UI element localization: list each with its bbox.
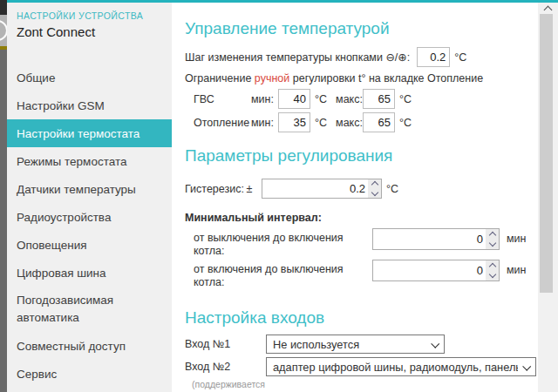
background-gray-segment [0,15,7,46]
input2-label: Вход №2 [185,361,266,373]
input1-label: Вход №1 [185,338,266,350]
interval-label-line1: от выключения до включения [194,232,344,244]
sidebar-nav: Общие Настройки GSM Настройки термостата… [7,64,172,388]
gvs-max-input[interactable] [363,89,395,109]
interval-on-to-off-row: от включения до выключения котла: мин [194,260,538,289]
hysteresis-label: Гистерезис: [185,183,244,195]
celsius-unit-label: °С [399,93,412,105]
hysteresis-input[interactable] [262,182,368,195]
interval-off-to-on-row: от выключения до включения котла: мин [194,228,538,258]
sidebar-item-temperature-sensors[interactable]: Датчики температуры [7,175,172,203]
heating-max-input[interactable] [363,112,395,132]
min-caption: мин: [251,93,278,105]
hysteresis-stepper [262,179,382,199]
celsius-unit-label: °С [315,93,327,105]
spinner-down-icon[interactable] [371,189,378,196]
hysteresis-spinner[interactable] [368,179,381,198]
minimal-interval-header: Минимальный интервал: [185,212,538,224]
spinner-down-icon[interactable] [488,240,495,247]
interval-on-to-off-label: от включения до выключения котла: [194,260,372,289]
scroll-up-icon[interactable] [544,6,553,15]
interval-off-to-on-stepper [372,228,500,250]
minutes-unit-label: мин [507,233,526,245]
settings-window: НАСТРОЙКИ УСТРОЙСТВА Zont Connect Общие … [0,0,558,392]
limit-text-manual-red: ручной [255,72,289,84]
background-circle-fragment [0,20,7,41]
section-title-regulation-params: Параметры регулирования [185,146,538,166]
interval-spinner[interactable] [486,229,499,249]
max-caption: макс: [336,93,363,105]
celsius-unit-label: °С [454,51,466,64]
device-name: Zont Connect [7,24,172,39]
sidebar-section-label: НАСТРОЙКИ УСТРОЙСТВА [7,10,172,21]
sidebar-item-notifications[interactable]: Оповещения [7,231,172,259]
interval-spinner[interactable] [486,260,499,280]
celsius-unit-label: °С [315,117,327,129]
temp-step-label: Шаг изменения температуры кнопками ⊖/⊕: [185,51,410,64]
section-title-temperature-control: Управление температурой [185,19,538,38]
input2-select[interactable]: адаптер цифровой шины, радиомодуль, пане… [266,357,536,376]
scrollbar[interactable] [538,0,558,392]
interval-label-line2: котла: [194,276,224,288]
min-caption: мин: [251,117,278,129]
minutes-unit-label: мин [507,264,526,276]
input1-select[interactable]: Не используется [266,335,445,354]
sidebar-item-weather-automation[interactable]: Погодозависимая автоматика [7,287,138,332]
sidebar-item-gsm-settings[interactable]: Настройки GSM [7,91,172,119]
scrollbar-thumb[interactable] [540,14,553,293]
celsius-unit-label: °С [386,183,398,195]
spinner-up-icon[interactable] [371,181,378,188]
manual-limit-line: Ограничение ручной регулировки t° на вкл… [185,72,538,87]
sidebar-item-service[interactable]: Сервис [7,360,172,388]
hysteresis-row: Гистерезис: ± °С [185,178,538,199]
temp-step-input[interactable] [417,47,450,67]
celsius-unit-label: °С [399,117,412,129]
heating-minmax-row: Отопление мин: °С макс: °С [194,111,538,134]
input2-row: Вход №2 адаптер цифровой шины, радиомоду… [185,357,538,376]
top-accent-line [7,0,558,3]
chevron-down-icon [431,339,439,348]
max-caption: макс: [336,117,363,129]
chevron-down-icon [522,362,531,370]
sidebar-item-shared-access[interactable]: Совместный доступ [7,332,172,360]
interval-label-line2: котла: [194,245,224,257]
input1-row: Вход №1 Не используется [185,335,538,354]
sidebar: НАСТРОЙКИ УСТРОЙСТВА Zont Connect Общие … [7,0,172,392]
heating-min-input[interactable] [278,112,310,132]
spinner-up-icon[interactable] [488,232,495,239]
interval-label-line1: от включения до выключения [194,263,344,275]
sidebar-item-digital-bus[interactable]: Цифровая шина [7,259,172,287]
interval-off-to-on-label: от выключения до включения котла: [194,228,372,258]
sidebar-item-thermostat-settings[interactable]: Настройки термостата [7,119,172,147]
sidebar-item-radio-devices[interactable]: Радиоустройства [7,203,172,231]
interval-off-to-on-input[interactable] [373,233,486,246]
sidebar-item-thermostat-modes[interactable]: Режимы термостата [7,147,172,175]
gvs-minmax-row: ГВС мин: °С макс: °С [194,87,538,111]
limit-text-post: регулировки t° на вкладке Отопление [293,72,483,84]
background-dark-segment [0,0,7,15]
spinner-up-icon[interactable] [488,263,495,270]
spinner-down-icon[interactable] [488,271,495,278]
sidebar-item-general[interactable]: Общие [7,64,172,91]
plus-minus-sign: ± [244,183,255,195]
firmware-note-line1: (поддерживается [185,379,538,390]
gvs-min-input[interactable] [278,89,310,109]
input2-selected-value: адаптер цифровой шины, радиомодуль, пане… [273,361,518,374]
background-yellow-line-bottom [0,46,7,50]
background-artifact [0,0,7,392]
limit-text-pre: Ограничение [185,72,251,84]
gvs-label: ГВС [194,93,251,105]
content-panel: Управление температурой Шаг изменения те… [172,0,538,392]
heating-label: Отопление [194,117,251,129]
firmware-note: (поддерживается с прошивки [185,379,538,392]
temp-step-row: Шаг изменения температуры кнопками ⊖/⊕: … [185,45,538,69]
interval-on-to-off-input[interactable] [373,264,486,277]
interval-on-to-off-stepper [372,260,500,281]
section-title-inputs-setup: Настройка входов [185,308,538,328]
input1-selected-value: Не используется [273,338,359,351]
